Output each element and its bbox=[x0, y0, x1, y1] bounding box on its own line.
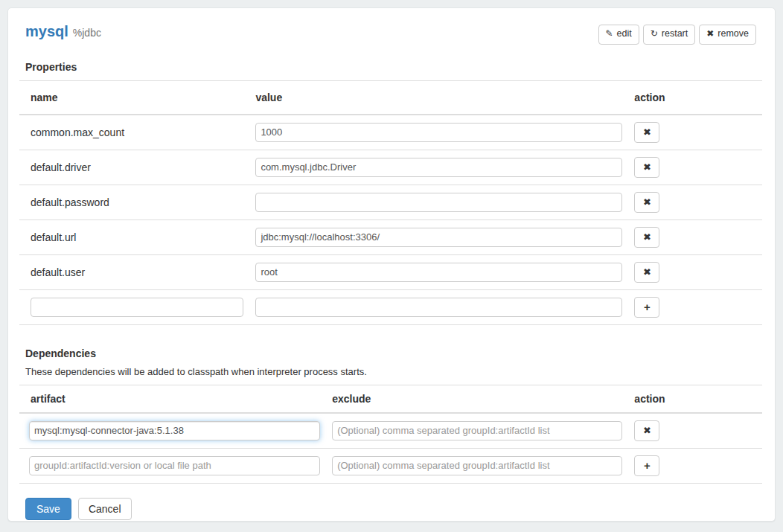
interpreter-settings-card: mysql%jdbc ✎ edit ↻ restart ✖ remove Pro… bbox=[7, 7, 776, 522]
x-icon: ✖ bbox=[643, 196, 651, 208]
dependencies-description: These dependencies will be added to clas… bbox=[25, 366, 762, 377]
dependencies-table: artifact exclude action ✖ + bbox=[19, 385, 762, 484]
remove-button-label: remove bbox=[718, 28, 749, 41]
restart-button-label: restart bbox=[662, 28, 688, 41]
dependencies-heading: Dependencies bbox=[25, 347, 762, 359]
property-value-input[interactable] bbox=[255, 228, 622, 247]
property-name: default.password bbox=[19, 185, 249, 219]
save-button[interactable]: Save bbox=[25, 498, 71, 520]
new-artifact-input[interactable] bbox=[29, 456, 320, 475]
property-name: default.user bbox=[19, 254, 249, 289]
column-header-value: value bbox=[249, 80, 628, 115]
delete-property-button[interactable]: ✖ bbox=[634, 192, 659, 213]
dependency-row: ✖ bbox=[19, 413, 762, 449]
property-name: default.driver bbox=[19, 150, 249, 185]
x-icon: ✖ bbox=[643, 266, 651, 278]
interpreter-name: mysql bbox=[25, 23, 68, 39]
cancel-button[interactable]: Cancel bbox=[78, 498, 132, 520]
pencil-icon: ✎ bbox=[606, 28, 613, 40]
delete-property-button[interactable]: ✖ bbox=[634, 262, 659, 283]
plus-icon: + bbox=[644, 459, 651, 472]
edit-button[interactable]: ✎ edit bbox=[598, 25, 639, 45]
new-property-value-input[interactable] bbox=[255, 298, 622, 317]
property-row: common.max_count ✖ bbox=[19, 115, 762, 150]
close-icon: ✖ bbox=[706, 28, 714, 40]
remove-button[interactable]: ✖ remove bbox=[699, 25, 756, 45]
property-name: common.max_count bbox=[19, 115, 249, 150]
x-icon: ✖ bbox=[643, 161, 651, 173]
new-dependency-row: + bbox=[19, 448, 762, 483]
delete-property-button[interactable]: ✖ bbox=[634, 227, 659, 248]
column-header-name: name bbox=[19, 80, 249, 115]
interpreter-header: mysql%jdbc ✎ edit ↻ restart ✖ remove bbox=[19, 23, 762, 45]
exclude-input[interactable] bbox=[332, 421, 622, 440]
property-name: default.url bbox=[19, 219, 249, 254]
interpreter-actions: ✎ edit ↻ restart ✖ remove bbox=[598, 25, 756, 45]
add-property-button[interactable]: + bbox=[634, 297, 659, 318]
edit-button-label: edit bbox=[617, 28, 632, 41]
delete-property-button[interactable]: ✖ bbox=[634, 122, 659, 143]
column-header-artifact: artifact bbox=[19, 385, 326, 413]
column-header-action: action bbox=[628, 385, 762, 413]
property-row: default.user ✖ bbox=[19, 254, 762, 289]
dependencies-header-row: artifact exclude action bbox=[19, 385, 762, 413]
column-header-action: action bbox=[628, 80, 762, 115]
new-property-row: + bbox=[19, 289, 762, 324]
x-icon: ✖ bbox=[643, 425, 651, 436]
property-row: default.password ✖ bbox=[19, 185, 762, 219]
interpreter-binding: %jdbc bbox=[73, 27, 101, 39]
delete-property-button[interactable]: ✖ bbox=[634, 157, 659, 178]
x-icon: ✖ bbox=[643, 231, 651, 243]
delete-dependency-button[interactable]: ✖ bbox=[634, 420, 659, 441]
refresh-icon: ↻ bbox=[651, 28, 658, 40]
property-value-input[interactable] bbox=[255, 158, 622, 177]
property-value-input[interactable] bbox=[255, 263, 622, 282]
new-property-name-input[interactable] bbox=[31, 298, 243, 317]
property-value-input[interactable] bbox=[255, 123, 622, 142]
property-row: default.url ✖ bbox=[19, 219, 762, 254]
plus-icon: + bbox=[644, 301, 651, 313]
properties-table: name value action common.max_count ✖ def… bbox=[19, 80, 762, 325]
property-value-input[interactable] bbox=[255, 193, 622, 212]
column-header-exclude: exclude bbox=[326, 385, 628, 413]
form-footer: Save Cancel bbox=[25, 498, 762, 520]
x-icon: ✖ bbox=[643, 126, 651, 138]
add-dependency-button[interactable]: + bbox=[634, 455, 659, 476]
new-exclude-input[interactable] bbox=[332, 456, 622, 475]
properties-header-row: name value action bbox=[19, 80, 762, 115]
properties-heading: Properties bbox=[25, 61, 762, 73]
restart-button[interactable]: ↻ restart bbox=[643, 25, 696, 45]
artifact-input[interactable] bbox=[29, 421, 320, 440]
interpreter-title-group: mysql%jdbc bbox=[25, 23, 101, 40]
property-row: default.driver ✖ bbox=[19, 150, 762, 185]
